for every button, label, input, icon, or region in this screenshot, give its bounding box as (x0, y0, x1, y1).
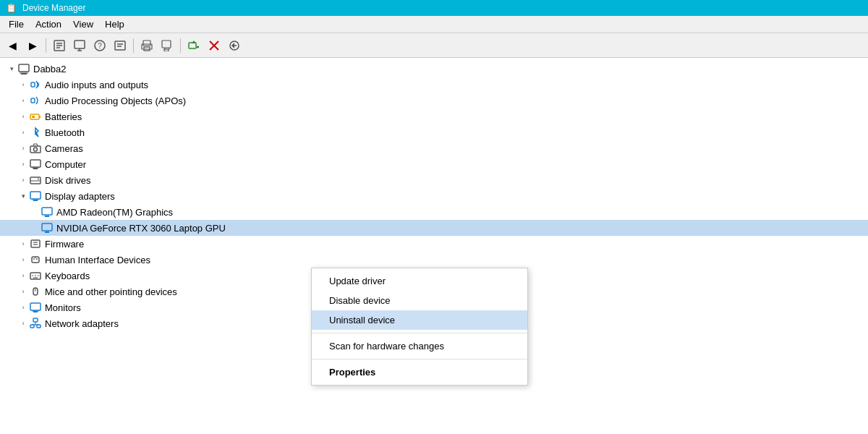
firmware-icon (29, 237, 42, 250)
menu-view[interactable]: View (67, 17, 99, 31)
firmware-label: Firmware (45, 239, 84, 250)
update-driver-button[interactable] (70, 36, 89, 55)
svg-text:?: ? (98, 42, 102, 50)
expand-audio-inputs[interactable]: › (17, 79, 29, 90)
tree-item-disk-drives[interactable]: › Disk drives (0, 172, 868, 188)
svg-point-57 (36, 258, 38, 260)
expand-firmware[interactable]: › (17, 238, 29, 250)
audio-inputs-label: Audio inputs and outputs (45, 80, 148, 90)
svg-rect-35 (32, 116, 35, 118)
remove-driver-button[interactable] (205, 36, 224, 55)
ctx-update-driver[interactable]: Update driver (312, 271, 527, 291)
expand-cameras[interactable]: › (17, 142, 29, 154)
expand-mice[interactable]: › (17, 286, 29, 297)
monitors-label: Monitors (45, 302, 81, 313)
svg-rect-4 (75, 41, 85, 48)
expand-hid[interactable]: › (17, 254, 29, 265)
tree-item-audio-inputs[interactable]: › Audio inputs and outputs (0, 77, 868, 93)
bluetooth-label: Bluetooth (45, 127, 85, 138)
tree-item-root[interactable]: ▾ Dabba2 (0, 61, 868, 77)
tree-item-batteries[interactable]: › Batteries (0, 109, 868, 124)
svg-rect-49 (45, 216, 49, 217)
nvidia-label: NVIDIA GeForce RTX 3060 Laptop GPU (56, 223, 226, 234)
expand-network-adapters[interactable]: › (17, 318, 29, 329)
menu-file[interactable]: File (3, 17, 30, 31)
svg-rect-45 (30, 192, 41, 199)
audio-processing-label: Audio Processing Objects (APOs) (45, 95, 186, 106)
svg-rect-70 (30, 325, 34, 328)
tree-item-audio-processing[interactable]: › Audio Processing Objects (APOs) (0, 93, 868, 109)
svg-rect-52 (31, 240, 40, 247)
properties-button[interactable] (50, 36, 69, 55)
svg-rect-32 (31, 98, 35, 103)
expand-computer[interactable]: › (17, 158, 29, 170)
expand-disk-drives[interactable]: › (17, 174, 29, 186)
ctx-scan-hardware[interactable]: Scan for hardware changes (312, 336, 527, 356)
svg-rect-66 (30, 303, 41, 310)
mouse-icon (29, 285, 42, 298)
tree-item-nvidia[interactable]: NVIDIA GeForce RTX 3060 Laptop GPU (0, 220, 868, 236)
tree-item-hid[interactable]: › Human Interface Devices (0, 252, 868, 268)
scan-button[interactable] (158, 36, 176, 55)
svg-rect-9 (115, 41, 125, 50)
svg-point-38 (34, 148, 38, 151)
menu-help[interactable]: Help (99, 17, 130, 31)
ctx-sep-2 (312, 359, 527, 359)
expand-keyboards[interactable]: › (17, 270, 29, 281)
driver-details-button[interactable] (111, 36, 129, 55)
menu-action[interactable]: Action (30, 17, 67, 31)
keyboards-label: Keyboards (45, 271, 90, 281)
hid-label: Human Interface Devices (45, 255, 150, 265)
expand-audio-processing[interactable]: › (17, 95, 29, 106)
network-icon (29, 317, 42, 330)
expand-root[interactable]: ▾ (6, 63, 17, 75)
svg-point-56 (33, 258, 35, 260)
cameras-label: Cameras (45, 143, 83, 154)
forward-button[interactable]: ▶ (23, 36, 42, 55)
ctx-properties[interactable]: Properties (312, 362, 527, 382)
amd-label: AMD Radeon(TM) Graphics (56, 207, 173, 218)
battery-icon (29, 110, 42, 123)
svg-rect-69 (33, 318, 38, 322)
tree-item-amd[interactable]: AMD Radeon(TM) Graphics (0, 204, 868, 220)
tree-item-bluetooth[interactable]: › Bluetooth (0, 124, 868, 140)
tree-item-display-adapters[interactable]: ▾ Display adapters (0, 188, 868, 204)
tree-item-computer[interactable]: › Computer (0, 156, 868, 172)
svg-rect-34 (39, 116, 41, 118)
audio-processing-icon (29, 94, 42, 107)
batteries-label: Batteries (45, 111, 82, 122)
hid-icon (29, 253, 42, 266)
back-button[interactable]: ◀ (3, 36, 22, 55)
svg-rect-51 (45, 231, 49, 233)
main-area: ▾ Dabba2 › Audio inputs and outputs › Au… (0, 58, 868, 434)
ctx-uninstall-device[interactable]: Uninstall device (312, 310, 527, 330)
help-button[interactable]: ? (90, 36, 109, 55)
svg-marker-26 (231, 43, 234, 48)
computer-device-icon (29, 158, 42, 171)
print-button[interactable] (137, 36, 156, 55)
svg-point-44 (38, 179, 39, 180)
network-adapters-label: Network adapters (45, 318, 119, 329)
rollback-button[interactable] (225, 36, 244, 55)
expand-bluetooth[interactable]: › (17, 127, 29, 138)
expand-monitors[interactable]: › (17, 302, 29, 313)
context-menu: Update driver Disable device Uninstall d… (311, 268, 528, 386)
menu-bar: File Action View Help (0, 16, 868, 33)
svg-rect-71 (37, 325, 41, 328)
tree-item-firmware[interactable]: › Firmware (0, 236, 868, 252)
computer-label: Computer (45, 159, 86, 170)
disk-icon (29, 174, 42, 187)
svg-rect-28 (19, 64, 29, 72)
add-driver-button[interactable] (184, 36, 203, 55)
title-bar: 📋 Device Manager (0, 0, 868, 16)
window-title: Device Manager (22, 3, 85, 13)
computer-icon (17, 62, 30, 75)
ctx-disable-device[interactable]: Disable device (312, 291, 527, 310)
expand-display-adapters[interactable]: ▾ (17, 190, 29, 202)
audio-icon (29, 78, 42, 91)
camera-icon (29, 142, 42, 155)
expand-batteries[interactable]: › (17, 111, 29, 122)
monitor-icon (29, 301, 42, 314)
tree-item-cameras[interactable]: › Cameras (0, 140, 868, 156)
svg-rect-19 (189, 43, 196, 48)
